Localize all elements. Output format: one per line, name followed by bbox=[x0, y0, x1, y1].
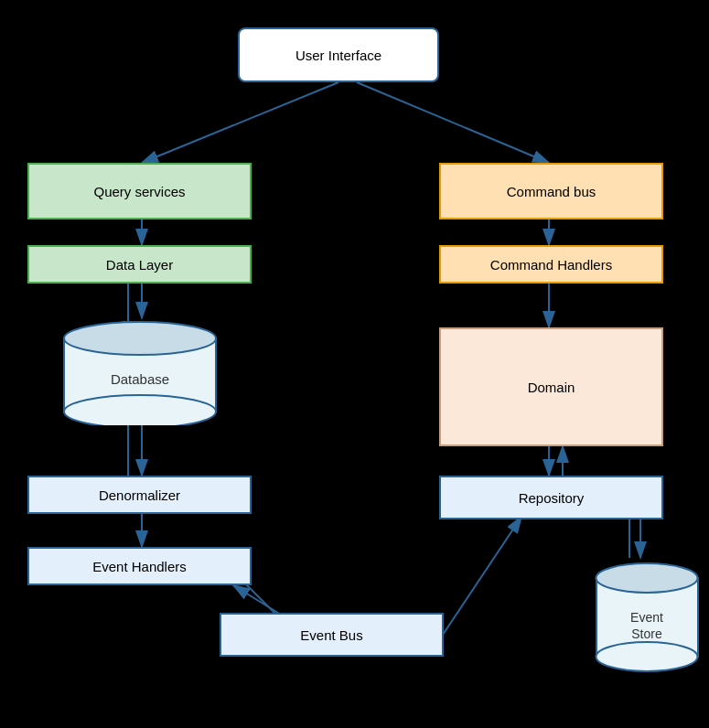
event-handlers-box: Event Handlers bbox=[27, 547, 252, 585]
database-cylinder: Database bbox=[62, 318, 218, 425]
repository-label: Repository bbox=[519, 490, 585, 506]
diagram: User Interface Query services Data Layer… bbox=[0, 0, 709, 728]
query-services-box: Query services bbox=[27, 163, 252, 219]
event-handlers-label: Event Handlers bbox=[92, 559, 187, 574]
svg-text:Database: Database bbox=[111, 371, 169, 387]
svg-text:Event: Event bbox=[630, 610, 663, 625]
svg-line-3 bbox=[357, 82, 549, 163]
event-bus-label: Event Bus bbox=[300, 627, 362, 643]
command-handlers-label: Command Handlers bbox=[490, 257, 612, 273]
command-handlers-box: Command Handlers bbox=[439, 245, 663, 284]
svg-point-22 bbox=[64, 322, 216, 355]
event-bus-box: Event Bus bbox=[220, 613, 444, 657]
svg-point-25 bbox=[596, 642, 698, 671]
data-layer-box: Data Layer bbox=[27, 245, 252, 284]
svg-line-19 bbox=[439, 517, 521, 640]
command-bus-label: Command bus bbox=[507, 184, 596, 199]
domain-box: Domain bbox=[439, 327, 663, 446]
query-services-label: Query services bbox=[93, 184, 185, 199]
event-store-cylinder: Event Store bbox=[595, 558, 700, 677]
svg-text:Store: Store bbox=[631, 626, 662, 641]
command-bus-box: Command bus bbox=[439, 163, 663, 219]
data-layer-label: Data Layer bbox=[106, 257, 173, 273]
user-interface-box: User Interface bbox=[238, 27, 439, 82]
svg-line-2 bbox=[142, 82, 338, 163]
repository-box: Repository bbox=[439, 476, 663, 519]
domain-label: Domain bbox=[528, 380, 575, 395]
svg-point-21 bbox=[64, 395, 216, 425]
denormalizer-label: Denormalizer bbox=[99, 487, 180, 503]
svg-point-26 bbox=[596, 563, 698, 593]
user-interface-label: User Interface bbox=[295, 48, 381, 63]
denormalizer-box: Denormalizer bbox=[27, 476, 252, 514]
